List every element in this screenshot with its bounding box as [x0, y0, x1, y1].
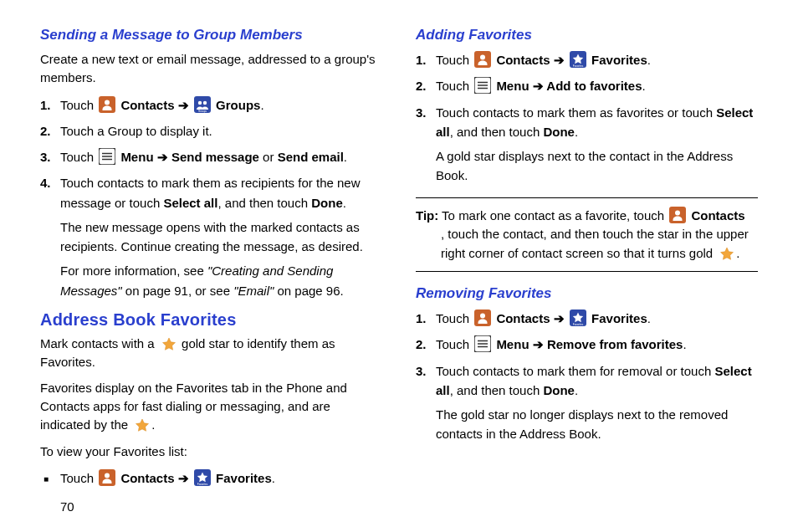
page-number: 70: [60, 499, 74, 514]
add-step-3-sub: A gold star displays next to the contact…: [436, 146, 758, 186]
menu-icon: [99, 148, 115, 165]
para-fav-display: Favorites display on the Favorites tab i…: [40, 379, 382, 433]
favorites-icon: [194, 469, 211, 486]
rem-step-3: Touch contacts to mark them for removal …: [436, 361, 758, 444]
steps-sending: Touch Contacts ➔ Groups. Touch a Group t…: [40, 95, 382, 300]
contacts-icon: [474, 51, 491, 68]
heading-removing-favorites: Removing Favorites: [416, 285, 758, 302]
contacts-icon: [669, 207, 686, 223]
rem-step-2: Touch Menu ➔ Remove from favorites.: [436, 335, 758, 354]
steps-adding: Touch Contacts ➔ Favorites. Touch Menu ➔…: [416, 50, 758, 186]
menu-icon: [474, 77, 491, 94]
add-step-2: Touch Menu ➔ Add to favorites.: [436, 76, 758, 95]
tip-box: Tip: To mark one contact as a favorite, …: [416, 197, 758, 273]
bullet-view-fav: Touch Contacts ➔ Favorites.: [40, 468, 382, 488]
contacts-icon: [474, 309, 491, 326]
groups-icon: [194, 96, 211, 113]
favorites-icon: [570, 309, 586, 326]
para-mark: Mark contacts with a gold star to identi…: [40, 335, 382, 371]
step-2: Touch a Group to display it.: [60, 121, 382, 141]
step-4-sub2: For more information, see "Creating and …: [60, 261, 382, 300]
rem-step-1: Touch Contacts ➔ Favorites.: [436, 309, 758, 328]
step-4-sub1: The new message opens with the marked co…: [60, 217, 382, 257]
star-icon: [133, 417, 150, 433]
step-3: Touch Menu ➔ Send message or Send email.: [60, 147, 382, 166]
rem-step-3-sub: The gold star no longer displays next to…: [436, 405, 758, 444]
star-icon: [160, 335, 176, 352]
heading-address-book-fav: Address Book Favorites: [40, 310, 382, 330]
bullet-1: Touch Contacts ➔ Favorites.: [60, 468, 382, 488]
menu-icon: [474, 335, 491, 352]
favorites-icon: [570, 51, 586, 68]
add-step-3: Touch contacts to mark them as favorites…: [436, 103, 758, 186]
heading-sending-message: Sending a Message to Group Members: [40, 27, 382, 43]
contacts-icon: [99, 96, 115, 113]
para-view-fav: To view your Favorites list:: [40, 442, 382, 461]
add-step-1: Touch Contacts ➔ Favorites.: [436, 50, 758, 69]
heading-adding-favorites: Adding Favorites: [416, 27, 758, 43]
step-4: Touch contacts to mark them as recipient…: [60, 173, 382, 300]
step-1: Touch Contacts ➔ Groups.: [60, 95, 382, 115]
steps-removing: Touch Contacts ➔ Favorites. Touch Menu ➔…: [416, 309, 758, 444]
star-icon: [718, 245, 734, 262]
contacts-icon: [99, 469, 115, 486]
para-intro: Create a new text or email message, addr…: [40, 50, 382, 87]
